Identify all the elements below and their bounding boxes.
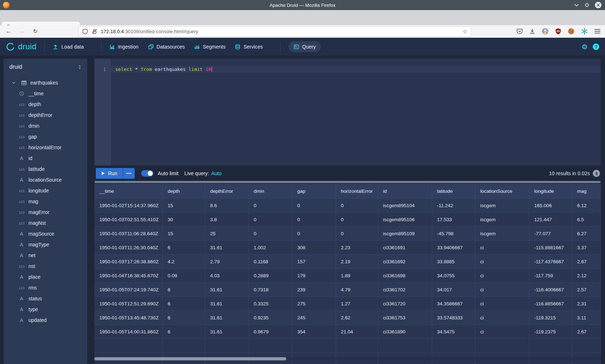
sidebar-column-mag[interactable]: 123mag — [4, 196, 87, 207]
table-cell[interactable]: 31.61 — [205, 297, 248, 311]
nav-item-ingestion[interactable]: Ingestion — [109, 44, 139, 50]
table-cell[interactable]: 1950-01-02T15:14:37.960Z — [94, 199, 162, 213]
table-cell[interactable]: 0 — [336, 227, 378, 241]
sidebar-column-nst[interactable]: 123nst — [4, 261, 87, 272]
double-caret-icon[interactable] — [77, 64, 82, 70]
table-cell[interactable]: 0.09 — [162, 269, 205, 283]
download-results-icon[interactable] — [593, 170, 600, 177]
table-cell[interactable]: 0 — [248, 199, 292, 213]
nav-item-services[interactable]: Services — [235, 44, 263, 50]
table-cell[interactable]: iscgem895106 — [378, 213, 432, 227]
table-cell[interactable]: -115.8881667 — [529, 241, 572, 255]
sql-query-text[interactable]: select * from earthquakes limit 10 — [115, 66, 212, 73]
table-cell[interactable]: 6 — [162, 297, 205, 311]
table-cell[interactable]: ci — [475, 269, 529, 283]
table-cell[interactable]: 33.9406667 — [432, 241, 475, 255]
table-cell[interactable]: 8.6 — [205, 199, 248, 213]
sidebar-column-latitude[interactable]: 123latitude — [4, 164, 87, 174]
table-cell[interactable]: -77.077 — [529, 227, 572, 241]
table-cell[interactable]: 15 — [162, 199, 205, 213]
table-cell[interactable]: 157 — [292, 255, 336, 269]
sidebar-column-status[interactable]: Astatus — [4, 293, 87, 304]
table-cell[interactable]: 6.27 — [572, 227, 600, 241]
table-cell[interactable]: 3.11 — [572, 311, 600, 325]
sidebar-column-horizontalError[interactable]: 123horizontalError — [4, 142, 87, 153]
table-cell[interactable]: 30 — [162, 213, 205, 227]
table-cell[interactable]: 0.1168 — [248, 255, 292, 269]
back-icon[interactable]: ← — [4, 25, 14, 37]
table-cell[interactable]: iscgem895109 — [378, 227, 432, 241]
table-cell[interactable]: ci — [475, 297, 529, 311]
table-cell[interactable]: 308 — [292, 241, 336, 255]
table-cell[interactable]: ci — [475, 311, 529, 325]
table-cell[interactable]: 34.3586667 — [432, 297, 475, 311]
ublock-origin-icon[interactable]: UO — [555, 28, 561, 35]
sidebar-column-longitude[interactable]: 123longitude — [4, 185, 87, 196]
sidebar-column-dmin[interactable]: 123dmin — [4, 120, 87, 131]
table-cell[interactable]: 2.12 — [572, 269, 600, 283]
reload-icon[interactable]: ↻ — [30, 25, 40, 37]
table-cell[interactable]: 1950-01-05T13:45:48.730Z — [94, 311, 162, 325]
account-lock-extension-icon[interactable] — [542, 28, 549, 35]
bookmark-star-icon[interactable]: ☆ — [463, 28, 467, 35]
table-cell[interactable]: 31.61 — [205, 283, 248, 297]
table-cell[interactable]: 0 — [336, 213, 378, 227]
nav-item-datasources[interactable]: Datasources — [148, 44, 185, 50]
table-cell[interactable]: 245 — [292, 311, 336, 325]
table-cell[interactable]: ci3361720 — [378, 297, 432, 311]
table-cell[interactable]: 239 — [292, 283, 336, 297]
table-cell[interactable]: 6 — [162, 241, 205, 255]
table-cell[interactable]: 275 — [292, 297, 336, 311]
table-cell[interactable]: 165.006 — [529, 199, 572, 213]
table-cell[interactable]: 4.2 — [162, 255, 205, 269]
table-cell[interactable]: 0.9679 — [248, 325, 292, 339]
cookie-extension-icon[interactable] — [568, 28, 575, 35]
table-cell[interactable]: ci — [475, 283, 529, 297]
sidebar-column-net[interactable]: Anet — [4, 250, 87, 261]
table-cell[interactable]: 2.79 — [205, 255, 248, 269]
more-options-button[interactable] — [123, 168, 135, 179]
table-cell[interactable]: 179 — [292, 269, 336, 283]
column-header-locationSource[interactable]: locationSource — [475, 184, 529, 199]
table-cell[interactable]: ci3361702 — [378, 283, 432, 297]
window-close-icon[interactable] — [595, 2, 601, 8]
table-cell[interactable]: 31.61 — [205, 241, 248, 255]
column-header-latitude[interactable]: latitude — [432, 184, 475, 199]
table-cell[interactable]: 0.3325 — [248, 297, 292, 311]
insecure-lock-icon[interactable] — [91, 28, 98, 35]
table-cell[interactable]: 6 — [162, 325, 205, 339]
table-cell[interactable]: 2.67 — [572, 325, 600, 339]
table-cell[interactable]: -116.8856667 — [529, 297, 572, 311]
help-icon[interactable]: ? — [593, 44, 599, 50]
scrollbar-thumb[interactable] — [94, 357, 286, 360]
sidebar-column-rms[interactable]: 123rms — [4, 282, 87, 293]
table-cell[interactable]: 21.04 — [336, 325, 378, 339]
table-cell[interactable]: 1950-01-05T07:24:19.740Z — [94, 283, 162, 297]
sidebar-column-type[interactable]: Atype — [4, 304, 87, 315]
forward-icon[interactable]: → — [17, 25, 27, 37]
table-cell[interactable]: 25 — [205, 227, 248, 241]
table-cell[interactable]: 3.8 — [205, 213, 248, 227]
sidebar-column-place[interactable]: Aplace — [4, 272, 87, 282]
asterisk-extension-icon[interactable] — [581, 28, 588, 35]
settings-gear-icon[interactable]: ⚙ — [582, 44, 588, 50]
table-cell[interactable]: 0 — [248, 213, 292, 227]
column-header-__time[interactable]: __time — [94, 184, 162, 199]
table-cell[interactable]: 1950-01-03T17:26:38.860Z — [94, 255, 162, 269]
table-cell[interactable]: 0 — [292, 227, 336, 241]
table-cell[interactable]: 354 — [292, 325, 336, 339]
table-cell[interactable]: 1950-01-04T16:38:45.670Z — [94, 269, 162, 283]
table-cell[interactable]: 0.2889 — [248, 269, 292, 283]
sidebar-column-magError[interactable]: 123magError — [4, 207, 87, 218]
table-cell[interactable]: iscgem — [475, 199, 529, 213]
table-cell[interactable]: 2.31 — [572, 297, 600, 311]
table-cell[interactable]: 0.7318 — [248, 283, 292, 297]
chevron-down-icon[interactable] — [10, 81, 17, 85]
table-cell[interactable]: ci — [475, 241, 529, 255]
column-header-dmin[interactable]: dmin — [248, 184, 292, 199]
table-cell[interactable]: 34.017 — [432, 283, 475, 297]
sidebar-column-gap[interactable]: 123gap — [4, 131, 87, 142]
table-cell[interactable]: 1950-01-03T11:06:28.640Z — [94, 227, 162, 241]
table-cell[interactable]: 31.61 — [205, 325, 248, 339]
table-cell[interactable]: -119.3215 — [529, 311, 572, 325]
